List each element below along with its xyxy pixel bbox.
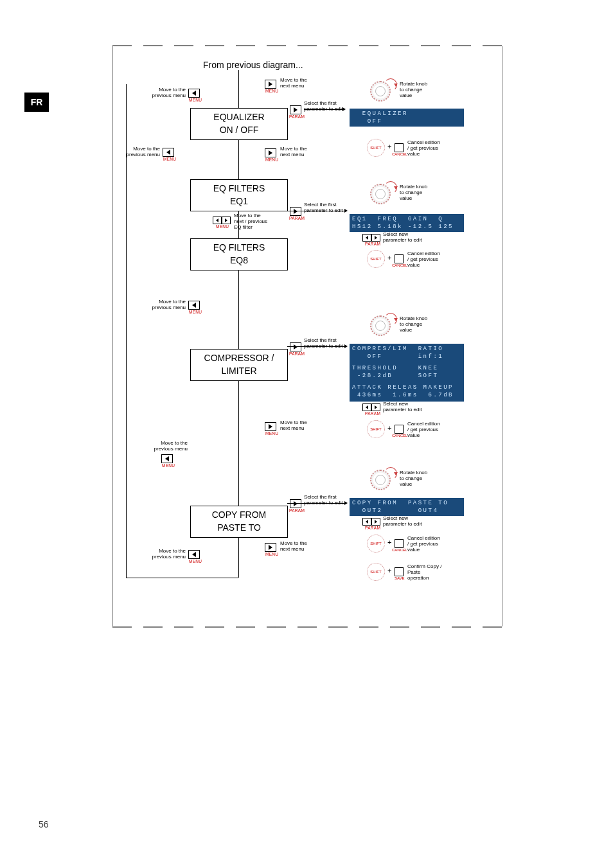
- page-number: 56: [39, 819, 49, 829]
- next-param-btn[interactable]: [371, 403, 380, 411]
- arrow-head: [344, 344, 348, 348]
- cancel-btn[interactable]: [395, 425, 404, 434]
- plus-sign: +: [387, 567, 391, 574]
- lcd-eq-filter: EQ1 FREQ GAIN Q HS12 5.18k -12.5 125: [350, 214, 464, 232]
- next-param-btn[interactable]: [371, 234, 380, 242]
- lcd-row: EQ1 FREQ GAIN Q: [352, 215, 461, 223]
- lcd-row: ATTACK RELEAS MAKEUP: [352, 384, 461, 391]
- param-btn[interactable]: [290, 499, 301, 508]
- caption-cancel: Cancel edition/ get previousvalue: [407, 139, 440, 157]
- btn-label-cancel: CANCEL: [392, 434, 407, 438]
- shift-knob[interactable]: SHIFT: [367, 420, 385, 438]
- lcd-copy: COPY FROM PASTE TO OUT2 OUT4: [350, 498, 464, 516]
- shift-label: SHIFT: [370, 427, 381, 431]
- flow-diagram: From previous diagram... MENU Move to th…: [112, 45, 502, 628]
- next-filter-btn[interactable]: [222, 217, 231, 224]
- prev-param-btn[interactable]: [362, 234, 371, 242]
- menu-line2: EQ8: [230, 254, 248, 267]
- shift-label: SHIFT: [370, 257, 381, 261]
- plus-sign: +: [387, 424, 391, 432]
- btn-label-menu: MENU: [163, 157, 176, 161]
- btn-label-param: PARAM: [289, 216, 305, 220]
- btn-label-menu: MENU: [265, 89, 278, 93]
- prev-filter-btn[interactable]: [213, 217, 222, 224]
- btn-label-menu: MENU: [265, 157, 278, 162]
- prev-next-filter-btns[interactable]: [213, 217, 231, 224]
- shift-knob[interactable]: SHIFT: [367, 250, 385, 268]
- dashed-border-bottom: [112, 626, 502, 628]
- knob-arrow-icon: [384, 181, 397, 194]
- shift-label: SHIFT: [370, 146, 381, 150]
- next-menu-btn[interactable]: [265, 148, 276, 157]
- lcd-compressor-3: ATTACK RELEAS MAKEUP 436ms 1.6ms 6.7dB: [350, 382, 464, 402]
- lcd-row: COPY FROM PASTE TO: [352, 499, 461, 507]
- next-menu-btn[interactable]: [265, 543, 276, 552]
- plus-sign: +: [387, 254, 391, 261]
- caption-next-menu: Move to thenext menu: [280, 420, 307, 431]
- btn-label-menu: MENU: [265, 431, 278, 436]
- btn-label-param: PARAM: [289, 351, 305, 356]
- btn-label-menu: MENU: [265, 552, 278, 556]
- lcd-row: OFF inf:1: [352, 353, 461, 360]
- save-btn[interactable]: [395, 567, 404, 576]
- menu-line2: EQ1: [230, 195, 248, 208]
- cancel-btn[interactable]: [395, 143, 404, 152]
- param-btn[interactable]: [290, 105, 301, 114]
- caption-new-param: Select newparameter to edit: [383, 231, 422, 243]
- knob-arrow-icon: [384, 78, 397, 91]
- prev-param-btn[interactable]: [362, 518, 371, 526]
- btn-label-cancel: CANCEL: [392, 548, 407, 552]
- lcd-compressor-2: THRESHOLD KNEE -28.2dB SOFT: [350, 363, 464, 382]
- lcd-row: OUT2 OUT4: [352, 507, 461, 515]
- next-menu-btn[interactable]: [265, 422, 276, 431]
- menu-line1: EQ FILTERS: [213, 242, 265, 254]
- plus-sign: +: [387, 538, 391, 546]
- prev-menu-btn[interactable]: [163, 148, 174, 157]
- caption-rotate: Rotate knobto changevalue: [400, 315, 427, 333]
- knob-arrow-icon: [384, 313, 397, 326]
- lcd-row: OFF: [352, 118, 461, 125]
- shift-knob[interactable]: SHIFT: [367, 535, 385, 553]
- param-pair-btns[interactable]: [362, 403, 380, 411]
- menu-line1: EQ FILTERS: [213, 182, 265, 195]
- btn-label-menu: MENU: [189, 98, 202, 102]
- menu-compressor: COMPRESSOR / LIMITER: [190, 349, 288, 381]
- caption-prev-menu: Move to theprevious menu: [123, 146, 160, 157]
- caption-first-param: Select the firstparameter to edit: [304, 202, 342, 213]
- cancel-btn[interactable]: [395, 254, 404, 263]
- caption-first-param: Select the firstparameter to edit: [304, 494, 342, 506]
- prev-menu-btn[interactable]: [188, 550, 200, 559]
- prev-param-btn[interactable]: [362, 403, 371, 411]
- cancel-btn[interactable]: [395, 539, 404, 548]
- caption-next-menu: Move to thenext menu: [280, 540, 307, 552]
- prev-menu-btn[interactable]: [188, 89, 200, 98]
- shift-knob[interactable]: SHIFT: [367, 563, 385, 581]
- btn-label-param: PARAM: [365, 411, 380, 416]
- next-param-btn[interactable]: [371, 518, 380, 526]
- shift-knob[interactable]: SHIFT: [367, 139, 385, 157]
- next-menu-btn[interactable]: [265, 80, 276, 89]
- caption-rotate: Rotate knobto changevalue: [400, 81, 427, 99]
- caption-first-param: Select the firstparameter to edit: [304, 100, 342, 112]
- param-pair-btns[interactable]: [362, 234, 380, 242]
- menu-eq-filters-8: EQ FILTERS EQ8: [190, 238, 288, 270]
- lcd-equalizer: EQUALIZER OFF: [350, 109, 464, 127]
- caption-new-param: Select newparameter to edit: [383, 401, 422, 412]
- param-pair-btns[interactable]: [362, 518, 380, 526]
- btn-label-param: PARAM: [365, 526, 380, 530]
- param-btn[interactable]: [290, 207, 301, 216]
- caption-first-param: Select the firstparameter to edit: [304, 337, 342, 349]
- btn-label-cancel: CANCEL: [392, 263, 407, 267]
- caption-rotate: Rotate knobto changevalue: [400, 470, 427, 488]
- btn-label-save: SAVE: [395, 576, 405, 580]
- btn-label-param: PARAM: [365, 242, 380, 246]
- caption-cancel: Cancel edition/ get previousvalue: [407, 421, 440, 439]
- param-btn[interactable]: [290, 342, 301, 351]
- btn-label-menu: MENU: [216, 224, 229, 229]
- caption-prev-menu: Move to theprevious menu: [148, 548, 186, 560]
- menu-eq-filters-1: EQ FILTERS EQ1: [190, 179, 288, 211]
- prev-menu-btn[interactable]: [188, 301, 200, 310]
- prev-menu-btn[interactable]: [161, 454, 173, 463]
- btn-label-menu: MENU: [189, 310, 202, 314]
- caption-next-prev-filter: Move to thenext / previousEQ filter: [234, 213, 267, 231]
